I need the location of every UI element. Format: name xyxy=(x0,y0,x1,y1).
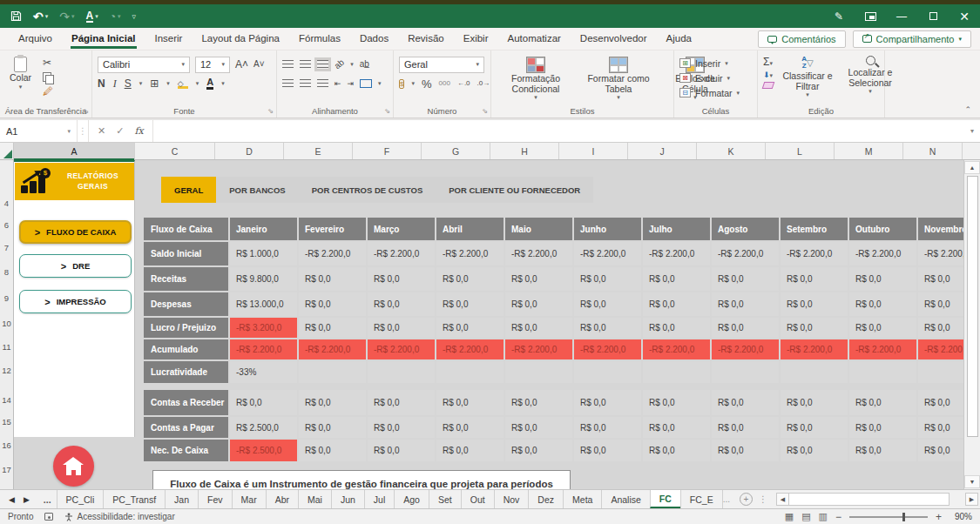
table-cell[interactable]: -R$ 2.200,0 xyxy=(299,339,366,359)
table-cell[interactable] xyxy=(849,361,916,383)
number-format-select[interactable]: Geral▾ xyxy=(399,57,484,73)
table-cell[interactable]: R$ 13.000,0 xyxy=(230,292,297,316)
increase-indent-icon[interactable]: ⇥ xyxy=(348,80,355,88)
horizontal-scroll-track[interactable] xyxy=(789,493,950,506)
increase-decimal-icon[interactable]: ←.0 xyxy=(457,80,470,87)
clipboard-dialog-launcher[interactable]: ⇘ xyxy=(83,107,89,115)
row-label[interactable]: Receitas xyxy=(144,267,228,291)
column-header-A[interactable]: A xyxy=(14,143,135,159)
table-cell[interactable]: R$ 0,0 xyxy=(781,267,848,291)
table-cell[interactable]: R$ 0,0 xyxy=(505,292,572,316)
tab-ajuda[interactable]: Ajuda xyxy=(657,29,701,49)
macro-record-icon[interactable] xyxy=(44,513,53,521)
sheet-tab-pc_transf[interactable]: PC_Transf xyxy=(103,490,165,508)
format-cells-button[interactable]: ⊟ Formatar▾ xyxy=(679,85,752,100)
table-header-label[interactable]: Fluxo de Caixa xyxy=(144,218,228,240)
table-cell[interactable]: -R$ 2.200,0 xyxy=(368,242,435,265)
table-cell[interactable]: R$ 0,0 xyxy=(230,390,297,415)
horizontal-scrollbar[interactable]: ◀ xyxy=(776,493,950,506)
cut-icon[interactable]: ✂ xyxy=(43,57,53,68)
sheet-tab-jun[interactable]: Jun xyxy=(331,490,364,508)
sheet-tab-dez[interactable]: Dez xyxy=(528,490,563,508)
table-cell[interactable]: R$ 0,0 xyxy=(299,417,366,438)
percent-icon[interactable]: % xyxy=(422,78,432,90)
zoom-out-icon[interactable]: − xyxy=(835,511,841,523)
minimize-button[interactable]: — xyxy=(886,4,917,28)
table-cell[interactable]: -R$ 3.200,0 xyxy=(230,318,297,338)
sheet-tab-ago[interactable]: Ago xyxy=(394,490,429,508)
home-button[interactable] xyxy=(53,446,94,487)
table-cell[interactable]: R$ 0,0 xyxy=(712,292,779,316)
row-header-12[interactable]: 12 xyxy=(0,366,13,375)
column-header-D[interactable]: D xyxy=(215,143,284,159)
zoom-slider-thumb[interactable] xyxy=(902,513,905,521)
month-header[interactable]: Abril xyxy=(436,218,504,240)
align-top-icon[interactable] xyxy=(282,60,294,69)
conditional-formatting-button[interactable]: Formatação Condicional▾ xyxy=(497,57,575,101)
zoom-level[interactable]: 90% xyxy=(950,512,972,521)
format-as-table-button[interactable]: Formatar como Tabela▾ xyxy=(575,57,662,101)
column-header-M[interactable]: M xyxy=(835,143,903,159)
font-dialog-launcher[interactable]: ⇘ xyxy=(267,107,274,115)
sheet-tab-fc_e[interactable]: FC_E xyxy=(680,490,723,508)
month-header[interactable]: Janeiro xyxy=(230,218,297,240)
table-cell[interactable]: R$ 0,0 xyxy=(781,440,848,461)
table-cell[interactable] xyxy=(643,361,710,383)
tab-fórmulas[interactable]: Fórmulas xyxy=(289,29,350,49)
table-cell[interactable]: R$ 9.800,0 xyxy=(230,267,297,291)
table-cell[interactable] xyxy=(436,361,504,383)
table-cell[interactable]: -R$ 2.200,0 xyxy=(299,242,366,265)
undo-button[interactable]: ↶▾ xyxy=(33,10,48,24)
table-cell[interactable]: -R$ 2.200,0 xyxy=(436,242,504,265)
row-label[interactable]: Contas a Pagar xyxy=(144,417,228,438)
table-cell[interactable]: R$ 0,0 xyxy=(505,440,572,461)
table-cell[interactable]: -R$ 2.200,0 xyxy=(781,242,848,265)
column-header-N[interactable]: N xyxy=(903,143,963,159)
sheet-tab-nov[interactable]: Nov xyxy=(494,490,529,508)
alignment-dialog-launcher[interactable]: ⇘ xyxy=(384,107,390,115)
tab-revisão[interactable]: Revisão xyxy=(398,29,454,49)
clear-icon[interactable] xyxy=(762,82,775,89)
view-tab-geral[interactable]: GERAL xyxy=(161,177,216,203)
font-color-icon[interactable]: A▾ xyxy=(86,10,98,23)
font-color-button[interactable]: A xyxy=(206,77,213,90)
table-cell[interactable] xyxy=(368,361,435,383)
row-label[interactable]: Acumulado xyxy=(144,339,228,359)
formula-input[interactable] xyxy=(153,120,964,142)
column-header-K[interactable]: K xyxy=(697,143,766,159)
month-header[interactable]: Março xyxy=(368,218,435,240)
align-right-icon[interactable] xyxy=(317,79,328,88)
collapse-ribbon-icon[interactable]: ⌃ xyxy=(964,105,971,114)
table-cell[interactable]: R$ 0,0 xyxy=(505,267,572,291)
table-cell[interactable]: R$ 0,0 xyxy=(643,417,710,438)
month-header[interactable]: Outubro xyxy=(849,218,916,240)
table-cell[interactable]: R$ 0,0 xyxy=(849,440,916,461)
pen-icon[interactable]: ✎ xyxy=(823,4,855,28)
insert-function-icon[interactable]: fx xyxy=(134,125,143,137)
table-cell[interactable]: R$ 0,0 xyxy=(643,318,710,338)
zoom-in-icon[interactable]: + xyxy=(936,511,942,523)
table-cell[interactable]: R$ 0,0 xyxy=(574,390,641,415)
table-cell[interactable]: R$ 0,0 xyxy=(574,318,641,338)
select-all-corner[interactable] xyxy=(0,143,14,159)
table-cell[interactable]: R$ 0,0 xyxy=(849,292,916,316)
table-cell[interactable]: R$ 0,0 xyxy=(368,440,435,461)
accounting-format-icon[interactable]: $ xyxy=(399,79,404,89)
copy-icon[interactable] xyxy=(43,72,51,82)
table-cell[interactable]: -R$ 2.200,0 xyxy=(643,339,710,359)
table-cell[interactable]: R$ 0,0 xyxy=(505,417,572,438)
table-cell[interactable]: R$ 0,0 xyxy=(505,318,572,338)
month-header[interactable]: Junho xyxy=(574,218,641,240)
name-box[interactable]: A1▾ xyxy=(0,120,77,142)
table-cell[interactable]: R$ 0,0 xyxy=(781,417,848,438)
table-cell[interactable]: -R$ 2.200,0 xyxy=(712,339,779,359)
sheet-tab-mar[interactable]: Mar xyxy=(232,490,266,508)
sheet-tab-set[interactable]: Set xyxy=(429,490,461,508)
row-header-15[interactable]: 15 xyxy=(0,417,13,427)
sidebar-button-fluxo-de-caixa[interactable]: >FLUXO DE CAIXA xyxy=(19,220,132,244)
table-cell[interactable]: R$ 0,0 xyxy=(436,267,504,291)
column-header-E[interactable]: E xyxy=(284,143,353,159)
restore-button[interactable] xyxy=(917,4,949,28)
prev-sheet-icon[interactable]: ◀ xyxy=(9,495,15,504)
table-cell[interactable]: R$ 0,0 xyxy=(849,267,916,291)
